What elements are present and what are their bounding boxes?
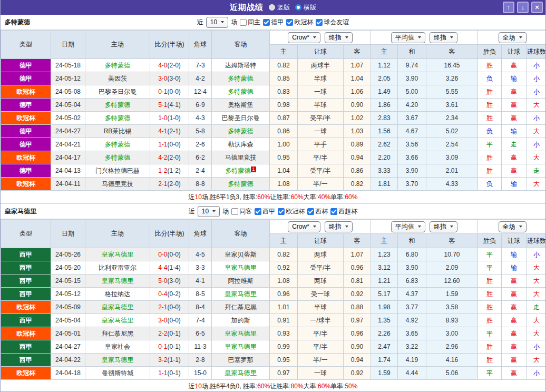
checkbox-checked-icon[interactable] xyxy=(330,208,337,215)
average-select[interactable]: 平均值 xyxy=(391,32,425,43)
filter-checkbox-1[interactable]: 西甲 xyxy=(255,207,275,216)
scope-select[interactable]: 全场 xyxy=(499,221,526,232)
home-team: 皇家马德里 xyxy=(85,354,150,367)
layout-radio-horizontal[interactable]: 横版 xyxy=(295,3,316,12)
sub-column-header: 让球 xyxy=(502,234,526,248)
summary-stat-value: 60% xyxy=(291,193,304,201)
layout-radio-vertical[interactable]: 竖版 xyxy=(269,3,290,12)
summary-text: 让胜率: xyxy=(270,193,290,202)
average-draw-odds: 3.90 xyxy=(398,261,426,275)
checkbox-checked-icon[interactable] xyxy=(316,19,323,26)
filter-checkbox-label: 欧冠杯 xyxy=(294,18,313,27)
match-row: 西甲24-05-04皇家马德里3-0(0-0)7-4加的斯0.91一/球半0.9… xyxy=(1,314,546,327)
home-team: 皇家马德里 xyxy=(85,275,150,288)
fulltime-score: 4-1 xyxy=(158,128,167,135)
league-badge: 西甲 xyxy=(1,354,51,367)
checkbox-unchecked-icon[interactable] xyxy=(240,19,247,26)
average-select[interactable]: 平均值 xyxy=(391,221,425,232)
bookmaker-select[interactable]: Crow* xyxy=(288,221,320,232)
checkbox-unchecked-icon[interactable] xyxy=(231,208,238,215)
chevron-down-icon xyxy=(212,210,216,212)
filter-checkbox-3[interactable]: 西杯 xyxy=(307,207,328,216)
result-handicap: 输 xyxy=(502,261,526,275)
summary-stat-value: 50% xyxy=(345,383,357,390)
away-team: 皇家马德里 xyxy=(212,261,270,275)
result-outcome: 胜 xyxy=(478,151,502,164)
result-outcome: 胜 xyxy=(478,288,502,301)
score: 1-1(0-0) xyxy=(150,138,189,151)
score: 5-0(3-0) xyxy=(150,275,189,288)
sub-column-header: 客 xyxy=(426,234,478,248)
handicap-line: 一球 xyxy=(298,125,344,138)
close-button[interactable]: × xyxy=(531,2,543,13)
corner-count: 4-5 xyxy=(189,248,212,261)
checkbox-checked-icon[interactable] xyxy=(255,208,261,215)
checkbox-checked-icon[interactable] xyxy=(307,208,314,215)
average-home-odds: 2.83 xyxy=(371,112,398,125)
halftime-score: (4-1) xyxy=(168,101,181,109)
move-down-button[interactable]: ↓ xyxy=(517,2,529,13)
handicap-line: 半/一 xyxy=(298,354,344,367)
halftime-score: (0-1) xyxy=(168,343,181,350)
titlebar: 近期战绩 竖版 横版 ↑ ↓ × xyxy=(1,0,545,15)
result-outcome: 平 xyxy=(478,327,502,340)
average-draw-odds: 3.22 xyxy=(398,340,426,354)
section-filter-row: 皇家马德里近10场同客西甲欧冠杯西杯西超杯 xyxy=(1,204,545,219)
odds-group-selects: 平均值终指 xyxy=(371,221,477,232)
halftime-score: (0-1) xyxy=(168,369,181,377)
odds-group-selects: 全场 xyxy=(478,32,546,43)
filter-checkbox-0[interactable]: 同客 xyxy=(231,207,252,216)
result-handicap: 输 xyxy=(502,125,526,138)
away-team: 皇家马德里 xyxy=(212,327,270,340)
sub-column-header: 让球 xyxy=(502,45,526,59)
average-home-odds: 1.35 xyxy=(371,314,398,327)
summary-stat-value: 60% xyxy=(257,193,270,201)
sub-column-header: 主 xyxy=(371,45,398,59)
filter-checkbox-1[interactable]: 德甲 xyxy=(263,18,284,27)
chevron-down-icon xyxy=(418,36,421,38)
result-goals: 大 xyxy=(526,288,546,301)
result-handicap: 赢 xyxy=(502,151,526,164)
fulltime-score: 0-1 xyxy=(158,343,167,350)
scope-select[interactable]: 全场 xyxy=(499,32,526,43)
checkbox-checked-icon[interactable] xyxy=(278,208,285,215)
match-row: 德甲24-05-12美因茨3-0(3-0)4-2多特蒙德0.85半球1.042.… xyxy=(1,72,546,85)
home-team: 皇家马德里 xyxy=(85,248,150,261)
filter-checkbox-label: 同客 xyxy=(239,207,252,216)
filter-checkbox-3[interactable]: 球会友谊 xyxy=(316,18,349,27)
handicap-away-odds: 1.03 xyxy=(344,125,371,138)
halftime-score: (0-0) xyxy=(168,88,181,95)
away-team: 皇家贝蒂斯 xyxy=(212,248,270,261)
move-up-button[interactable]: ↑ xyxy=(503,2,514,13)
handicap-away-odds: 0.90 xyxy=(344,99,371,112)
chevron-down-icon xyxy=(221,21,224,23)
average-home-odds: 2.20 xyxy=(371,151,398,164)
result-outcome: 胜 xyxy=(478,275,502,288)
match-count-select[interactable]: 10 xyxy=(206,17,228,28)
checkbox-checked-icon[interactable] xyxy=(286,19,293,26)
result-goals: 大 xyxy=(526,99,546,112)
column-header: 角球 xyxy=(189,31,212,59)
final-odds-select[interactable]: 终指 xyxy=(325,32,353,43)
away-team: 皇家马德里 xyxy=(212,288,270,301)
bookmaker-select[interactable]: Crow* xyxy=(288,32,320,43)
filter-checkbox-0[interactable]: 同主 xyxy=(240,18,260,27)
radio-unselected-icon[interactable] xyxy=(269,4,275,11)
league-badge: 西甲 xyxy=(1,248,51,261)
result-goals: 走 xyxy=(526,164,546,178)
radio-selected-icon[interactable] xyxy=(295,4,301,11)
filter-checkbox-4[interactable]: 西超杯 xyxy=(330,207,357,216)
handicap-line: 两球 xyxy=(298,275,344,288)
match-count-select[interactable]: 10 xyxy=(198,206,220,217)
final-average-select[interactable]: 终指 xyxy=(430,32,457,43)
sub-column-header: 主 xyxy=(371,234,398,248)
filter-checkbox-2[interactable]: 欧冠杯 xyxy=(278,207,305,216)
fulltime-score: 1-1 xyxy=(158,141,167,148)
corner-count: 4-1 xyxy=(189,275,212,288)
filter-checkbox-2[interactable]: 欧冠杯 xyxy=(286,18,313,27)
summary-text: 单率: xyxy=(330,382,345,391)
result-handicap: 赢 xyxy=(502,354,526,367)
checkbox-checked-icon[interactable] xyxy=(263,19,270,26)
final-odds-select[interactable]: 终指 xyxy=(325,221,353,232)
final-average-select[interactable]: 终指 xyxy=(430,221,457,232)
